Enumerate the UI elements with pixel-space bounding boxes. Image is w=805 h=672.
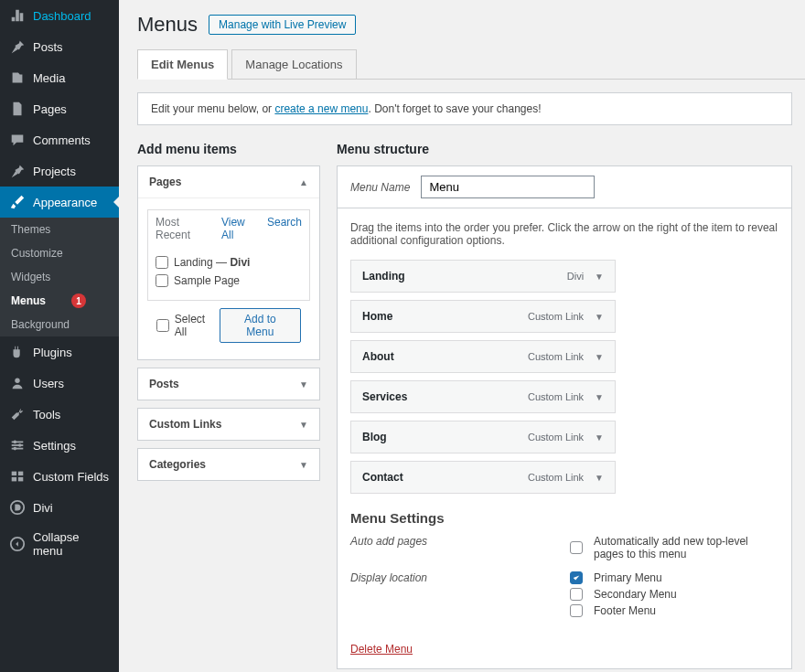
- checkbox[interactable]: [156, 256, 168, 269]
- inner-tab-search[interactable]: Search: [267, 216, 302, 241]
- chevron-down-icon: ▼: [595, 392, 604, 402]
- sidebar-sub-themes[interactable]: Themes: [0, 218, 119, 241]
- page-title: Menus: [137, 13, 198, 37]
- sidebar-sub-widgets[interactable]: Widgets: [0, 265, 119, 289]
- sidebar-sub-menus[interactable]: Menus1: [0, 289, 119, 313]
- sidebar-label: Projects: [33, 165, 76, 178]
- menu-structure-item[interactable]: BlogCustom Link▼: [350, 421, 616, 453]
- tab-manage-locations[interactable]: Manage Locations: [231, 49, 356, 79]
- media-icon: [9, 69, 26, 86]
- sidebar-submenu: Themes Customize Widgets Menus1 Backgrou…: [0, 218, 119, 336]
- select-all[interactable]: Select All: [156, 313, 220, 338]
- location-checkbox[interactable]: Footer Menu: [570, 604, 778, 617]
- sidebar-item-media[interactable]: Media: [0, 62, 119, 93]
- sidebar-sub-customize[interactable]: Customize: [0, 241, 119, 265]
- live-preview-button[interactable]: Manage with Live Preview: [209, 15, 356, 35]
- checkbox[interactable]: [156, 319, 169, 332]
- pin-icon: [9, 38, 26, 55]
- add-to-menu-button[interactable]: Add to Menu: [220, 308, 301, 343]
- page-item[interactable]: Sample Page: [156, 274, 302, 287]
- sidebar-item-projects[interactable]: Projects: [0, 155, 119, 187]
- sidebar-item-settings[interactable]: Settings: [0, 430, 119, 461]
- inner-tab-viewall[interactable]: View All: [221, 216, 254, 241]
- checkbox-icon: [570, 604, 583, 617]
- sidebar-item-pages[interactable]: Pages: [0, 93, 119, 124]
- menu-structure-title: Menu structure: [337, 142, 792, 156]
- location-checkbox[interactable]: Secondary Menu: [570, 588, 778, 601]
- location-checkbox[interactable]: Primary Menu: [570, 571, 778, 584]
- metabox-header-custom-links[interactable]: Custom Links ▼: [138, 409, 319, 440]
- sidebar-item-comments[interactable]: Comments: [0, 124, 119, 155]
- menu-structure-item[interactable]: AboutCustom Link▼: [350, 340, 616, 373]
- menu-structure-column: Menu structure Menu Name Drag the items …: [337, 142, 792, 669]
- comments-icon: [9, 132, 26, 148]
- chevron-down-icon: ▼: [299, 379, 308, 389]
- sidebar-item-divi[interactable]: Divi: [0, 492, 119, 523]
- page-item[interactable]: Landing — Divi: [156, 256, 302, 269]
- menu-name-row: Menu Name: [337, 165, 792, 208]
- svg-point-5: [18, 443, 22, 447]
- menu-item-type: Custom Link: [528, 311, 584, 322]
- menu-structure-item[interactable]: ContactCustom Link▼: [350, 461, 616, 494]
- metabox-header-categories[interactable]: Categories ▼: [138, 449, 319, 480]
- menu-item-title: Home: [362, 310, 392, 323]
- sidebar-item-custom-fields[interactable]: Custom Fields: [0, 461, 119, 492]
- metabox-header-pages[interactable]: Pages ▲: [138, 166, 319, 198]
- menu-item-type: Custom Link: [528, 472, 584, 483]
- svg-point-0: [15, 379, 19, 383]
- settings-icon: [9, 437, 26, 453]
- menu-item-type: Custom Link: [528, 391, 584, 402]
- create-menu-link[interactable]: create a new menu: [274, 102, 368, 115]
- sidebar-label: Settings: [33, 439, 76, 453]
- checkbox-icon: [570, 588, 583, 601]
- chevron-down-icon: ▼: [595, 312, 604, 322]
- tabs: Edit Menus Manage Locations: [137, 49, 805, 80]
- pages-list: Landing — Divi Sample Page: [147, 249, 310, 301]
- menu-structure-item[interactable]: ServicesCustom Link▼: [350, 380, 616, 413]
- display-location-label: Display location: [350, 571, 570, 621]
- sidebar-item-appearance[interactable]: Appearance: [0, 187, 119, 218]
- metabox-posts: Posts ▼: [137, 368, 320, 400]
- sidebar-label: Users: [33, 377, 64, 390]
- menu-item-type: Divi: [567, 271, 584, 282]
- tab-edit-menus[interactable]: Edit Menus: [137, 49, 228, 80]
- collapse-icon: [9, 536, 26, 552]
- svg-point-6: [14, 447, 17, 451]
- inner-tab-recent[interactable]: Most Recent: [156, 216, 209, 241]
- pages-icon: [9, 101, 26, 117]
- menu-name-input[interactable]: [421, 176, 595, 198]
- sidebar-sub-background[interactable]: Background: [0, 313, 119, 336]
- main-content: Menus Manage with Live Preview Edit Menu…: [119, 0, 805, 672]
- svg-rect-7: [12, 472, 16, 476]
- metabox-header-posts[interactable]: Posts ▼: [138, 368, 319, 400]
- inner-tabs: Most Recent View All Search: [147, 209, 310, 249]
- chevron-down-icon: ▼: [595, 272, 604, 282]
- menu-item-title: Landing: [362, 270, 405, 283]
- sidebar-item-dashboard[interactable]: Dashboard: [0, 0, 119, 31]
- notice-bar: Edit your menu below, or create a new me…: [137, 92, 792, 125]
- menu-name-label: Menu Name: [350, 181, 410, 194]
- menu-structure-item[interactable]: HomeCustom Link▼: [350, 300, 616, 333]
- metabox-categories: Categories ▼: [137, 448, 320, 481]
- svg-rect-9: [12, 477, 16, 482]
- sidebar-item-plugins[interactable]: Plugins: [0, 336, 119, 368]
- auto-add-label: Auto add pages: [350, 535, 570, 564]
- sidebar-label: Appearance: [33, 196, 97, 209]
- pin-icon: [9, 163, 26, 179]
- user-icon: [9, 375, 26, 391]
- sidebar-item-posts[interactable]: Posts: [0, 31, 119, 62]
- menu-settings-title: Menu Settings: [350, 510, 778, 526]
- sidebar-label: Media: [33, 71, 65, 85]
- sidebar-label: Pages: [33, 102, 67, 116]
- delete-menu-link[interactable]: Delete Menu: [350, 643, 413, 656]
- chevron-down-icon: ▼: [299, 420, 308, 430]
- admin-sidebar: Dashboard Posts Media Pages Comments Pro…: [0, 0, 119, 672]
- auto-add-checkbox[interactable]: Automatically add new top-level pages to…: [570, 535, 778, 560]
- sidebar-item-tools[interactable]: Tools: [0, 399, 119, 430]
- sidebar-label: Posts: [33, 40, 63, 54]
- menu-structure-item[interactable]: LandingDivi▼: [350, 260, 616, 293]
- checkbox[interactable]: [156, 274, 168, 287]
- sidebar-item-collapse[interactable]: Collapse menu: [0, 523, 119, 565]
- sidebar-item-users[interactable]: Users: [0, 368, 119, 399]
- chevron-down-icon: ▼: [595, 432, 604, 443]
